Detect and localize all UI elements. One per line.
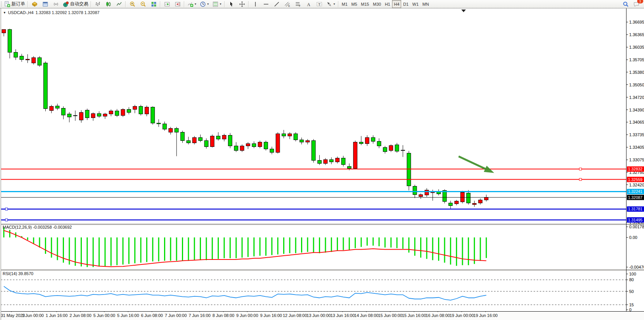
svg-text:80: 80 [629, 277, 634, 282]
chart-symbol-period: USDCAD-,H4 [8, 10, 33, 15]
chart-title: ▼ USDCAD-,H4 1.32083 1.32092 1.32078 1.3… [3, 10, 99, 15]
svg-text:E: E [288, 4, 290, 7]
line-chart-button[interactable] [114, 0, 124, 8]
signals-button[interactable] [51, 0, 61, 8]
svg-text:1.31781: 1.31781 [628, 207, 642, 211]
new-order-button-label: 新订单 [11, 1, 25, 7]
arrows-icon [326, 1, 332, 7]
fibonacci-button[interactable]: F [293, 0, 303, 8]
rsi-panel-separator[interactable] [0, 269, 644, 271]
arrows-button[interactable]: ▼ [325, 0, 337, 8]
time-axis[interactable]: 31 May 20231 Jun 00:001 Jun 16:002 Jun 0… [0, 312, 644, 320]
time-axis-label: 31 May 2023 [1, 313, 25, 318]
toolbar-grip [1, 2, 2, 7]
autotrading-button-label: 自动交易 [70, 1, 88, 7]
zoom-out-icon [140, 1, 146, 7]
chart-shift-icon [175, 1, 181, 7]
bar-chart-button[interactable] [93, 0, 103, 8]
cursor-icon [228, 1, 234, 7]
zoom-out-button[interactable] [138, 0, 148, 8]
time-axis-label: 6 Jun 08:00 [141, 313, 163, 318]
timeframe-button-w1[interactable]: W1 [410, 0, 421, 8]
svg-text:1.36365: 1.36365 [629, 32, 644, 37]
crosshair-button[interactable] [237, 0, 247, 8]
auto-scroll-button[interactable] [162, 0, 172, 8]
time-axis-label: 5 Jun 00:00 [93, 313, 115, 318]
macd-axis-labels: 0.0017890.00-0.004763 [626, 224, 644, 269]
rsi-indicator-label: RSI(14) 39.8570 [3, 271, 33, 276]
svg-text:1.34720: 1.34720 [629, 95, 644, 100]
text-button[interactable]: A [304, 0, 314, 8]
svg-text:1.32241: 1.32241 [628, 189, 642, 194]
resistance-line-lower[interactable] [0, 178, 626, 181]
chart-shift-button[interactable] [173, 0, 183, 8]
periods-button[interactable]: ▼ [199, 0, 210, 8]
timeframe-button-mn[interactable]: MN [421, 0, 431, 8]
time-axis-label: 9 Jun 00:00 [236, 313, 258, 318]
timeframe-button-d1[interactable]: D1 [401, 0, 410, 8]
svg-text:1.36695: 1.36695 [629, 20, 644, 24]
time-axis-label: 15 Jun 00:00 [378, 313, 402, 318]
search-button[interactable] [621, 0, 631, 8]
timeframe-button-m15[interactable]: M15 [359, 0, 371, 8]
svg-text:1.31495: 1.31495 [628, 218, 642, 222]
templates-button[interactable]: ▼ [211, 0, 223, 8]
notification-badge: 1 [637, 0, 643, 3]
rsi-line [4, 286, 486, 300]
svg-text:1.34390: 1.34390 [629, 108, 644, 112]
chart-shift-marker[interactable] [461, 10, 466, 12]
indicator-list-button[interactable] [30, 0, 40, 8]
candlestick-chart-button[interactable] [104, 0, 113, 8]
macd-signal-line [4, 231, 486, 267]
zoom-in-button[interactable] [128, 0, 137, 8]
timeframe-button-m30[interactable]: M30 [371, 0, 383, 8]
horizontal-line-button[interactable] [261, 0, 271, 8]
time-axis-label: 16 Jun 08:00 [426, 313, 450, 318]
time-axis-label: 8 Jun 08:00 [212, 313, 234, 318]
time-axis-label: 9 Jun 16:00 [260, 313, 282, 318]
svg-text:T: T [318, 2, 320, 6]
new-order-button[interactable]: 新订单 [3, 0, 26, 8]
candlesticks [2, 29, 488, 209]
macd-indicator-label: MACD(12,26,9) -0.003258 -0.003692 [3, 225, 72, 229]
resistance-line-upper[interactable] [0, 168, 626, 170]
chart-plot[interactable]: 1.366951.363651.360351.357051.353801.350… [0, 8, 644, 312]
add-indicator-button[interactable]: ▼ [186, 0, 198, 8]
svg-text:1.32559: 1.32559 [628, 177, 642, 182]
text-label-icon: T [316, 1, 322, 7]
cursor-button[interactable] [226, 0, 236, 8]
tile-windows-button[interactable] [149, 0, 159, 8]
bar-chart-icon [95, 1, 101, 7]
toolbar-separator [224, 1, 225, 7]
chevron-down-icon: ▼ [207, 3, 209, 5]
equidistant-channel-button[interactable]: E [282, 0, 292, 8]
support-blue-line-2[interactable] [0, 219, 626, 221]
timeframe-button-m5[interactable]: M5 [349, 0, 359, 8]
search-icon [623, 1, 629, 7]
time-axis-label: 1 Jun 00:00 [22, 313, 44, 318]
chart-dropdown-arrow[interactable]: ▼ [3, 11, 6, 14]
svg-text:0: 0 [629, 307, 631, 312]
svg-text:A: A [307, 2, 310, 7]
candlestick-icon [105, 1, 112, 7]
autotrading-button[interactable]: 自动交易 [62, 0, 89, 8]
svg-text:1.32832: 1.32832 [628, 167, 642, 171]
clock-icon [200, 1, 206, 7]
vertical-line-button[interactable] [250, 0, 260, 8]
zoom-in-icon [129, 1, 135, 7]
gold-cube-icon [32, 1, 38, 7]
toolbar-separator [248, 1, 249, 7]
svg-text:1.34065: 1.34065 [629, 120, 644, 124]
text-label-button[interactable]: T [314, 0, 324, 8]
time-axis-label: 12 Jun 08:00 [283, 313, 307, 318]
trendline-button[interactable] [272, 0, 282, 8]
timeframe-button-m1[interactable]: M1 [340, 0, 349, 8]
trend-arrow-annotation[interactable] [459, 156, 494, 173]
timeframe-button-h4[interactable]: H4 [392, 0, 401, 8]
timeframe-button-h1[interactable]: H1 [383, 0, 392, 8]
text-a-icon: A [306, 1, 312, 7]
market-watch-button[interactable] [40, 0, 50, 8]
notifications-button[interactable]: 1 [631, 0, 641, 8]
support-blue-line-1[interactable] [0, 208, 626, 210]
macd-panel-separator[interactable] [0, 224, 644, 225]
